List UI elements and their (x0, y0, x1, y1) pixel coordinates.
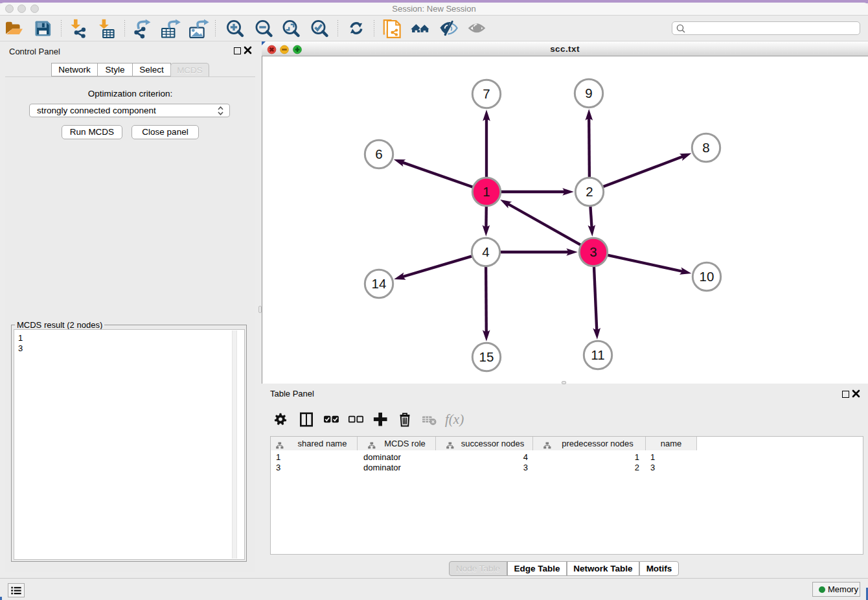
svg-text:15: 15 (479, 349, 494, 364)
svg-text:11: 11 (591, 347, 604, 362)
svg-text:10: 10 (700, 269, 714, 284)
svg-text:3: 3 (589, 244, 597, 259)
svg-text:6: 6 (375, 146, 382, 161)
svg-text:9: 9 (585, 86, 592, 100)
svg-text:8: 8 (702, 140, 709, 155)
svg-text:14: 14 (372, 276, 387, 291)
svg-text:1: 1 (483, 184, 490, 199)
svg-text:2: 2 (586, 184, 593, 199)
svg-text:4: 4 (482, 244, 489, 259)
svg-text:7: 7 (483, 86, 490, 101)
